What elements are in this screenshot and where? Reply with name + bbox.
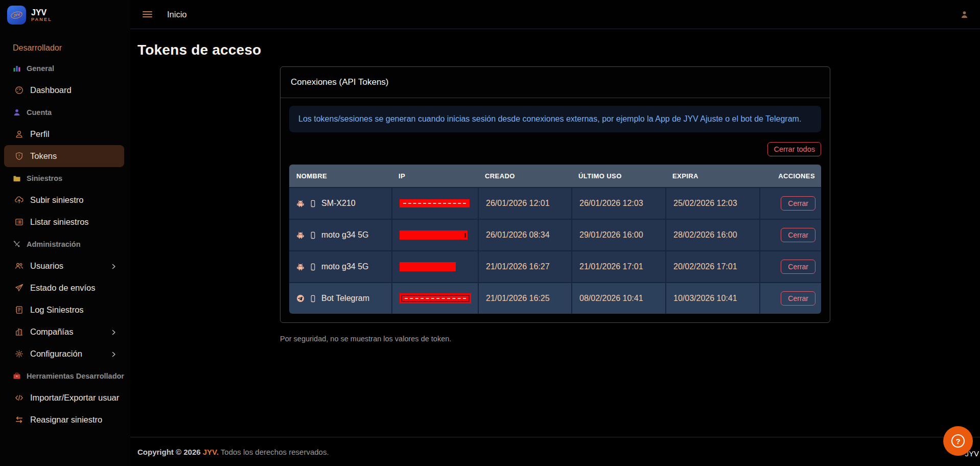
sidebar-nav: General Dashboard Cuenta Perfil Tokens S… xyxy=(0,57,130,431)
table-row: moto g34 5G 26/01/2026 08:34 29/01/2026 … xyxy=(289,219,821,250)
token-created-cell: 21/01/2026 16:27 xyxy=(478,251,571,282)
close-token-button[interactable]: Cerrar xyxy=(781,196,815,211)
sidebar-item-estado-de-envios[interactable]: Estado de envíos xyxy=(0,277,130,299)
sidebar-item-dashboard[interactable]: Dashboard xyxy=(0,79,130,101)
journal-icon xyxy=(15,306,24,314)
token-name: moto g34 5G xyxy=(321,230,369,240)
phone-icon xyxy=(309,200,317,207)
nav-inicio-link[interactable]: Inicio xyxy=(167,10,187,19)
shield-icon xyxy=(15,152,24,160)
token-name-cell: moto g34 5G xyxy=(289,220,391,250)
token-last-use-cell: 26/01/2026 12:03 xyxy=(571,188,665,219)
token-actions-cell: Cerrar xyxy=(759,188,822,219)
close-token-button[interactable]: Cerrar xyxy=(781,228,815,242)
sidebar-section-herramientas-desarrollador: Herramientas Desarrollador xyxy=(0,365,130,387)
table-row: Bot Telegram 21/01/2026 16:25 08/02/2026… xyxy=(289,282,821,314)
column-header-expira: EXPIRA xyxy=(665,172,759,180)
building-icon xyxy=(15,328,24,336)
sidebar-item-reasignar-siniestro[interactable]: Reasignar siniestro xyxy=(0,409,130,431)
sidebar-section-administracion: Administración xyxy=(0,233,130,255)
logo-oval-icon: JYV xyxy=(10,10,24,19)
token-ip-cell xyxy=(391,188,478,219)
token-name: Bot Telegram xyxy=(321,294,369,303)
brand-logo-icon[interactable]: JYV xyxy=(7,6,26,25)
phone-icon xyxy=(309,263,317,271)
person-icon[interactable] xyxy=(960,10,969,19)
token-expires-cell: 10/03/2026 10:41 xyxy=(665,283,759,314)
sidebar: JYV JYV PANEL Desarrollador General Dash… xyxy=(0,0,130,466)
brand-subtitle: PANEL xyxy=(31,17,52,22)
redacted-ip-bar xyxy=(400,230,468,240)
brand-name: JYV xyxy=(31,8,52,17)
token-ip-cell xyxy=(391,220,478,250)
column-header-ultimo-uso: ÚLTIMO USO xyxy=(571,172,665,180)
sidebar-item-tokens[interactable]: Tokens xyxy=(4,145,124,167)
speedometer-icon xyxy=(15,86,24,95)
table-row: SM-X210 26/01/2026 12:01 26/01/2026 12:0… xyxy=(289,187,821,219)
tokens-table: NOMBREIPCREADOÚLTIMO USOEXPIRAACCIONES S… xyxy=(289,165,821,314)
footer: Copyright © 2026 JYV. Todos los derechos… xyxy=(130,437,980,466)
copyright-brand: JYV. xyxy=(203,448,219,456)
sidebar-item-log-siniestros[interactable]: Log Siniestros xyxy=(0,299,130,321)
token-actions-cell: Cerrar xyxy=(759,220,822,250)
token-actions-cell: Cerrar xyxy=(759,283,822,314)
token-created-cell: 21/01/2026 16:25 xyxy=(478,283,571,314)
token-expires-cell: 20/02/2026 17:01 xyxy=(665,251,759,282)
close-all-button[interactable]: Cerrar todos xyxy=(767,142,821,156)
chevron-right-icon xyxy=(110,351,117,357)
chevron-right-icon xyxy=(110,329,117,335)
redacted-ip-bar xyxy=(400,199,470,207)
close-token-button[interactable]: Cerrar xyxy=(781,291,815,306)
sidebar-role-label: Desarrollador xyxy=(13,43,130,53)
token-created-cell: 26/01/2026 08:34 xyxy=(478,220,571,250)
copyright-prefix: Copyright © 2026 xyxy=(137,448,203,456)
sidebar-item-perfil[interactable]: Perfil xyxy=(0,123,130,145)
sidebar-item-configuracion[interactable]: Configuración xyxy=(0,343,130,365)
phone-icon xyxy=(309,231,317,239)
topbar: Inicio xyxy=(130,0,980,29)
redacted-ip-bar xyxy=(400,293,471,304)
token-last-use-cell: 08/02/2026 10:41 xyxy=(571,283,665,314)
sidebar-item-companias[interactable]: Compañías xyxy=(0,321,130,343)
android-icon xyxy=(296,199,305,207)
code-slash-icon xyxy=(15,393,24,402)
token-created-cell: 26/01/2026 12:01 xyxy=(478,188,571,219)
token-ip-cell xyxy=(391,251,478,282)
page-title: Tokens de acceso xyxy=(130,29,980,58)
main-content: Tokens de acceso Conexiones (API Tokens)… xyxy=(130,29,980,437)
token-name-cell: moto g34 5G xyxy=(289,251,391,282)
arrow-left-right-icon xyxy=(15,415,24,424)
briefcase-icon xyxy=(13,372,21,380)
info-alert: Los tokens/sesiones se generan cuando in… xyxy=(289,106,821,132)
sidebar-item-usuarios[interactable]: Usuarios xyxy=(0,255,130,277)
hamburger-icon[interactable] xyxy=(143,11,152,17)
token-name: SM-X210 xyxy=(321,199,356,208)
table-header-row: NOMBREIPCREADOÚLTIMO USOEXPIRAACCIONES xyxy=(289,165,821,187)
sidebar-item-listar-siniestros[interactable]: Listar siniestros xyxy=(0,211,130,233)
people-icon xyxy=(15,262,24,270)
token-name-cell: SM-X210 xyxy=(289,188,391,219)
token-name: moto g34 5G xyxy=(321,262,369,271)
card-list-icon xyxy=(15,218,24,226)
chevron-right-icon xyxy=(110,263,117,269)
cloud-upload-icon xyxy=(15,196,24,204)
android-icon xyxy=(296,263,305,271)
brand: JYV JYV PANEL xyxy=(0,0,130,25)
telegram-icon xyxy=(296,294,305,302)
tools-icon xyxy=(13,240,21,248)
close-token-button[interactable]: Cerrar xyxy=(781,260,815,274)
phone-icon xyxy=(309,295,317,302)
help-button[interactable]: ? xyxy=(943,426,973,456)
copyright-suffix: Todos los derechos reservados. xyxy=(219,448,329,456)
table-row: moto g34 5G 21/01/2026 16:27 21/01/2026 … xyxy=(289,250,821,282)
sidebar-item-subir-siniestro[interactable]: Subir siniestro xyxy=(0,189,130,211)
column-header-creado: CREADO xyxy=(478,172,571,180)
column-header-ip: IP xyxy=(391,172,478,180)
token-ip-cell xyxy=(391,283,478,314)
column-header-acciones: ACCIONES xyxy=(759,172,822,180)
token-actions-cell: Cerrar xyxy=(759,251,822,282)
token-expires-cell: 25/02/2026 12:03 xyxy=(665,188,759,219)
token-expires-cell: 28/02/2026 16:00 xyxy=(665,220,759,250)
sidebar-item-importar-exportar-usuar[interactable]: Importar/Exportar usuar xyxy=(0,387,130,409)
person-icon xyxy=(15,130,24,138)
